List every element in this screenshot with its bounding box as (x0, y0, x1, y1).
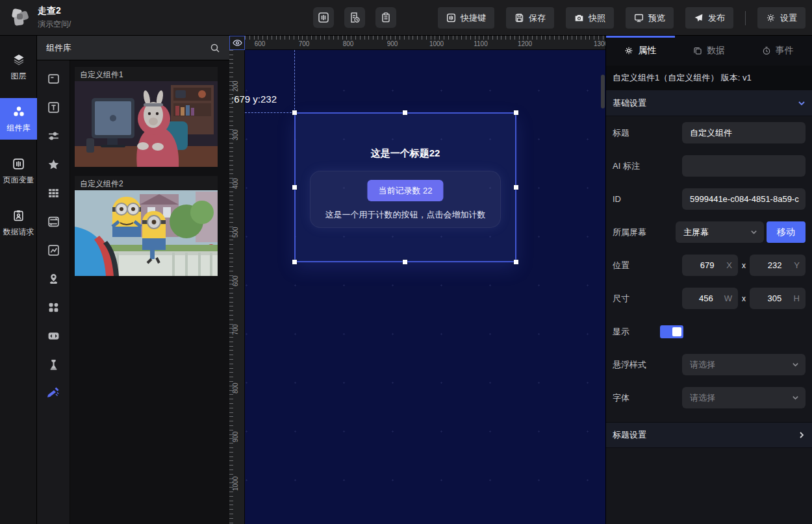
ruler-label: 700 (299, 40, 310, 47)
category-chart-icon[interactable] (44, 241, 62, 259)
component-category-strip (37, 60, 70, 524)
tab-label: 数据 (707, 45, 725, 56)
horizontal-ruler[interactable]: 600 700 800 900 1000 1100 1200 1300 (245, 36, 605, 50)
tab-events[interactable]: 事件 (743, 36, 812, 66)
component-heading: 这是一个标题22 (296, 147, 515, 160)
canvas-vertical-scrollbar[interactable] (601, 75, 605, 108)
size-width-input[interactable]: 456 W (682, 288, 738, 309)
history-log-button[interactable] (344, 7, 365, 28)
shortcut-keys-button[interactable]: 快捷键 (438, 7, 494, 29)
save-button[interactable]: 保存 (506, 7, 554, 29)
ai-annotation-input[interactable] (682, 155, 806, 177)
category-carousel-icon[interactable] (44, 212, 62, 231)
sidebar-item-data-requests[interactable]: 数据请求 (0, 202, 37, 243)
sidebar-item-components[interactable]: 组件库 (0, 98, 37, 140)
category-filter-icon[interactable] (44, 355, 62, 373)
category-star-icon[interactable] (44, 155, 62, 173)
counter-card: 当前记录数 22 这是一个用于计数的按钮，点击会增加计数 (310, 171, 501, 228)
eye-icon (233, 39, 242, 47)
resize-handle-s[interactable] (403, 260, 407, 264)
screen-select[interactable]: 主屏幕 (676, 221, 764, 243)
resize-handle-se[interactable] (514, 260, 518, 264)
resize-handle-w[interactable] (292, 185, 297, 190)
app-logo-icon (8, 5, 32, 30)
section-basic-settings[interactable]: 基础设置 (606, 90, 812, 116)
title-input[interactable]: 自定义组件 (682, 122, 806, 143)
size-height-value: 305 (755, 293, 794, 303)
visible-toggle[interactable] (660, 325, 683, 338)
settings-button[interactable]: 设置 (757, 7, 806, 29)
document-clock-icon (349, 12, 361, 23)
field-label: 尺寸 (613, 293, 629, 305)
section-title-settings[interactable]: 标题设置 (606, 422, 812, 448)
category-map-icon[interactable] (44, 269, 62, 288)
field-font: 字体 请选择 (606, 381, 812, 414)
sidebar-item-page-variables[interactable]: 页面变量 (0, 150, 37, 192)
breadcrumb[interactable]: 演示空间/ (38, 19, 71, 30)
topbar-center-tools (313, 7, 396, 28)
id-input[interactable]: 5999441e-c084-4851-8a59-c (682, 188, 806, 210)
publish-button[interactable]: 发布 (685, 7, 733, 29)
category-sliders-icon[interactable] (44, 127, 62, 145)
selected-component[interactable]: 这是一个标题22 当前记录数 22 这是一个用于计数的按钮，点击会增加计数 (294, 112, 516, 262)
field-screen: 所属屏幕 主屏幕 移动 (606, 216, 812, 249)
resize-handle-ne[interactable] (514, 110, 518, 115)
sidebar-item-layers[interactable]: 图层 (0, 46, 37, 88)
tab-properties[interactable]: 属性 (606, 36, 675, 66)
panel-layout-button[interactable] (313, 7, 334, 28)
resize-handle-nw[interactable] (292, 110, 297, 115)
ruler-eye-toggle[interactable] (229, 36, 245, 50)
tab-label: 属性 (638, 45, 656, 56)
counter-button[interactable]: 当前记录数 22 (367, 180, 443, 201)
size-height-input[interactable]: 305 H (750, 288, 806, 309)
page-variables-icon (12, 156, 26, 171)
library-body: 自定义组件1 (37, 60, 229, 524)
component-thumbnail-minions (75, 190, 218, 276)
component-list: 自定义组件1 (70, 60, 229, 524)
snapshot-label: 快照 (589, 12, 605, 24)
position-y-value: 232 (755, 260, 794, 270)
project-title: 走查2 (38, 5, 61, 17)
field-label: ID (613, 194, 621, 204)
chevron-down-icon (792, 361, 799, 368)
counter-caption: 这是一个用于计数的按钮，点击会增加计数 (311, 209, 500, 221)
save-label: 保存 (529, 12, 546, 24)
save-icon (514, 13, 524, 23)
category-widgets-icon[interactable] (44, 298, 62, 316)
category-custom-icon[interactable] (44, 384, 62, 402)
component-card-1[interactable]: 自定义组件1 (75, 67, 218, 167)
inspector-tabs: 属性 数据 事件 (606, 36, 812, 66)
x-suffix: X (726, 260, 732, 270)
component-library-icon (12, 105, 26, 119)
ruler-label: 600 (255, 40, 266, 47)
position-x-input[interactable]: 679 X (682, 255, 738, 276)
category-interaction-icon[interactable] (44, 327, 62, 345)
library-header-title: 组件库 (46, 42, 71, 54)
paper-plane-icon (694, 13, 704, 23)
clipboard-button[interactable] (375, 7, 396, 28)
hover-style-select[interactable]: 请选择 (682, 354, 806, 375)
position-y-input[interactable]: 232 Y (750, 255, 806, 276)
category-text-icon[interactable] (44, 98, 62, 116)
vertical-ruler[interactable]: 200 300 400 500 600 700 800 900 1000 (229, 50, 245, 524)
chevron-down-icon (798, 99, 806, 107)
category-table-icon[interactable] (44, 184, 62, 202)
h-suffix: H (794, 293, 800, 303)
preview-button[interactable]: 预览 (626, 7, 674, 29)
resize-handle-e[interactable] (514, 185, 518, 190)
category-window-icon[interactable] (44, 69, 62, 88)
resize-handle-sw[interactable] (292, 260, 297, 264)
resize-handle-n[interactable] (403, 110, 407, 115)
font-select[interactable]: 请选择 (682, 387, 806, 408)
tab-data[interactable]: 数据 (675, 36, 744, 66)
canvas-region: 600 700 800 900 1000 1100 1200 1300 200 … (229, 36, 605, 524)
sidebar-item-label: 页面变量 (3, 175, 34, 186)
ruler-label: 1300 (594, 40, 605, 47)
field-hover-style: 悬浮样式 请选择 (606, 348, 812, 381)
panel-bars-icon (318, 12, 329, 23)
move-button[interactable]: 移动 (767, 221, 806, 243)
component-card-2[interactable]: 自定义组件2 (75, 176, 218, 276)
snapshot-button[interactable]: 快照 (566, 7, 614, 29)
ruler-label: 500 (232, 227, 239, 238)
search-icon[interactable] (210, 43, 220, 53)
